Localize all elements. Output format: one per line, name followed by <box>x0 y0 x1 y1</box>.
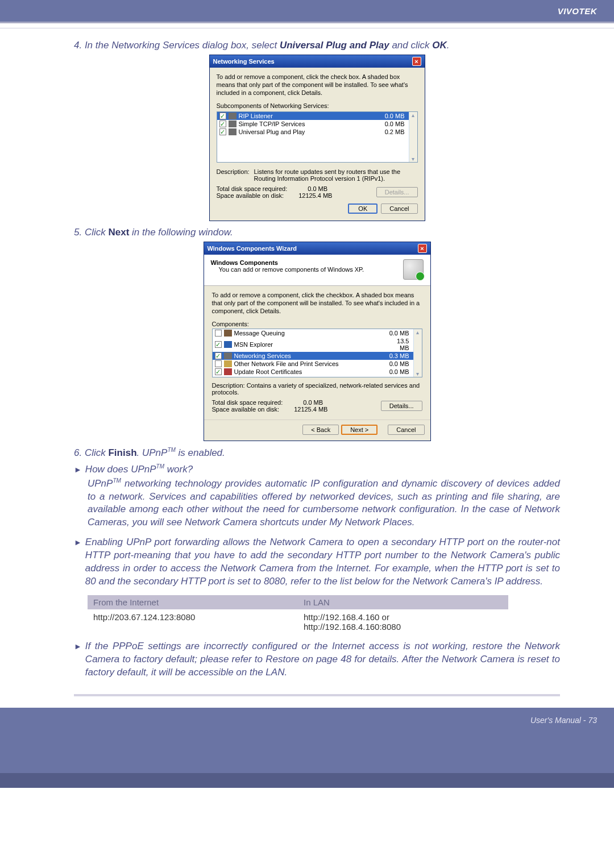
space-required-label: Total disk space required: <box>217 185 288 192</box>
chevron-up-icon[interactable]: ▴ <box>412 112 414 118</box>
dialog1-subheader: Subcomponents of Networking Services: <box>217 102 418 110</box>
step5-term: Next <box>108 227 129 238</box>
brand-text: VIVOTEK <box>558 6 597 16</box>
dialog1-intro: To add or remove a component, click the … <box>217 73 418 97</box>
triangle-bullet-icon: ► <box>74 536 82 549</box>
dialog1-titlebar: Networking Services × <box>210 55 425 68</box>
cancel-button[interactable]: Cancel <box>381 203 417 214</box>
list-item-label: Update Root Certificates <box>234 368 386 375</box>
bottom-separator <box>74 694 560 696</box>
q1-post: work? <box>164 464 193 475</box>
footer-band: User's Manual - 73 <box>0 708 614 773</box>
checkbox-icon[interactable]: ✓ <box>215 341 222 348</box>
list-item-label: RIP Listener <box>239 113 381 119</box>
close-icon[interactable]: × <box>412 57 421 66</box>
triangle-bullet-icon: ► <box>74 463 82 476</box>
step4-mid: and click <box>389 40 433 51</box>
tm-superscript: TM <box>156 463 164 470</box>
description-label: Description: <box>217 168 250 182</box>
component-icon <box>229 121 237 127</box>
tm-superscript: TM <box>167 447 175 453</box>
component-icon <box>224 360 232 367</box>
checkbox-icon[interactable] <box>215 330 222 337</box>
chevron-up-icon[interactable]: ▴ <box>416 329 419 335</box>
top-banner: VIVOTEK <box>0 0 614 22</box>
dialog2-description: Description: Contains a variety of speci… <box>212 382 422 396</box>
networking-services-dialog: Networking Services × To add or remove a… <box>209 55 425 221</box>
back-button[interactable]: < Back <box>302 425 339 435</box>
table-cell-lan: http://192.168.4.160 or http://192.168.4… <box>298 609 508 634</box>
para1-pre: UPnP <box>88 478 113 489</box>
cancel-button[interactable]: Cancel <box>388 425 424 435</box>
step4-post: . <box>447 40 450 51</box>
details-button[interactable]: Details... <box>376 187 418 197</box>
table-cell-internet: http://203.67.124.123:8080 <box>88 609 298 634</box>
checkbox-icon[interactable]: ✓ <box>215 368 222 375</box>
checkbox-icon[interactable]: ✓ <box>215 352 222 359</box>
scrollbar[interactable]: ▴▾ <box>413 329 422 377</box>
dialog2-intro: To add or remove a component, click the … <box>212 292 422 315</box>
page-content: 4. In the Networking Services dialog box… <box>0 28 614 708</box>
list-item[interactable]: ✓ Simple TCP/IP Services 0.0 MB <box>217 120 417 128</box>
next-button[interactable]: Next > <box>341 425 377 435</box>
wizard-icon <box>403 259 424 280</box>
list-item[interactable]: Other Network File and Print Services 0.… <box>213 360 422 368</box>
list-item-label: MSN Explorer <box>234 341 386 348</box>
list-item-label: Universal Plug and Play <box>239 128 381 135</box>
details-button[interactable]: Details... <box>381 401 422 411</box>
checkbox-icon[interactable]: ✓ <box>219 121 226 127</box>
wizard-header: Windows Components You can add or remove… <box>204 255 430 286</box>
footer-accent <box>0 773 614 788</box>
component-icon <box>224 352 232 359</box>
para2-body: Enabling UPnP port forwarding allows the… <box>85 536 560 588</box>
step4-term: Universal Plug and Play <box>280 40 389 51</box>
checkbox-icon[interactable]: ✓ <box>219 128 226 135</box>
close-icon[interactable]: × <box>418 244 427 253</box>
checkbox-icon[interactable]: ✓ <box>219 113 226 119</box>
ok-button[interactable]: OK <box>348 203 377 214</box>
component-icon <box>224 368 232 375</box>
step6-pre: 6. Click <box>74 447 108 458</box>
component-icon <box>224 341 232 348</box>
list-item[interactable]: ✓ Update Root Certificates 0.0 MB <box>213 368 422 376</box>
table-header-lan: In LAN <box>298 595 508 609</box>
space-required-value: 0.0 MB <box>308 185 327 192</box>
table-header-internet: From the Internet <box>88 595 298 609</box>
checkbox-icon[interactable] <box>215 360 222 367</box>
address-table: From the Internet In LAN http://203.67.1… <box>88 595 508 634</box>
list-item[interactable]: ✓ Networking Services 0.3 MB <box>213 352 422 360</box>
dialog2-title: Windows Components Wizard <box>208 245 297 252</box>
lan-addr-1: http://192.168.4.160 or <box>304 612 389 622</box>
step5-post: in the following window. <box>129 227 233 238</box>
scrollbar[interactable]: ▴▾ <box>409 112 417 162</box>
components-listbox[interactable]: Message Queuing 0.0 MB ✓ MSN Explorer 13… <box>212 329 422 377</box>
triangle-bullet-icon: ► <box>74 640 82 653</box>
paragraph-1: UPnPTM networking technology provides au… <box>88 477 560 529</box>
wizard-header-subtitle: You can add or remove components of Wind… <box>219 266 364 273</box>
list-item[interactable]: ✓ RIP Listener 0.0 MB <box>217 112 417 120</box>
step4-pre: 4. In the Networking Services dialog box… <box>74 40 280 51</box>
lan-addr-2: http://192.168.4.160:8080 <box>304 622 401 632</box>
howdoes-heading: ► How does UPnPTM work? <box>74 463 560 476</box>
step6-post: is enabled. <box>176 447 225 458</box>
para3-body: If the PPPoE settings are incorrectly co… <box>85 640 560 679</box>
subcomponents-listbox[interactable]: ✓ RIP Listener 0.0 MB ✓ Simple TCP/IP Se… <box>217 111 418 163</box>
space-required-label: Total disk space required: <box>212 399 283 406</box>
accent-line <box>0 22 614 23</box>
component-icon <box>224 330 232 337</box>
step-5-text: 5. Click Next in the following window. <box>74 227 560 238</box>
paragraph-3: ► If the PPPoE settings are incorrectly … <box>74 640 560 679</box>
step4-ok: OK <box>432 40 447 51</box>
chevron-down-icon[interactable]: ▾ <box>412 156 414 162</box>
chevron-down-icon[interactable]: ▾ <box>416 371 419 377</box>
list-item-label: Simple TCP/IP Services <box>239 121 381 127</box>
list-item[interactable]: ✓ MSN Explorer 13.5 MB <box>213 337 422 352</box>
space-available-label: Space available on disk: <box>212 406 280 413</box>
tm-superscript: TM <box>113 477 121 484</box>
list-item[interactable]: ✓ Universal Plug and Play 0.2 MB <box>217 128 417 136</box>
list-item[interactable]: Message Queuing 0.0 MB <box>213 329 422 337</box>
step-4-text: 4. In the Networking Services dialog box… <box>74 40 560 51</box>
step6-term: Finish <box>108 447 136 458</box>
component-icon <box>229 113 237 119</box>
windows-components-wizard-dialog: Windows Components Wizard × Windows Comp… <box>204 242 431 441</box>
